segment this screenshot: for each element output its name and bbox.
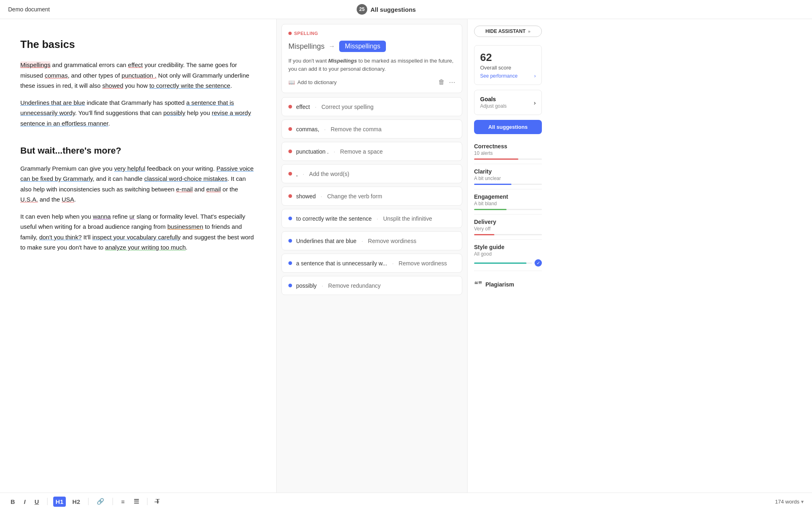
suggestion-word: commas, (296, 126, 319, 132)
suggestion-item[interactable]: to correctly write the sentence · Unspli… (281, 209, 462, 228)
usa1-word: U.S.A. (20, 196, 38, 203)
ordered-list-button[interactable]: ≡ (119, 497, 127, 507)
word-count-caret[interactable]: ▾ (801, 499, 804, 505)
toolbar-separator-2 (88, 498, 89, 505)
suggestion-item[interactable]: a sentence that is unnecessarily w... · … (281, 254, 462, 273)
metric-sub: All good (474, 251, 542, 257)
suggestion-item[interactable]: possibly · Remove redundancy (281, 276, 462, 295)
suggestion-action: Remove wordiness (398, 260, 447, 267)
metrics-list: Correctness 10 alerts Clarity A bit uncl… (474, 139, 542, 271)
suggestion-action: Remove a space (340, 148, 383, 155)
suggestion-word: effect (296, 104, 310, 110)
toolbar-separator-3 (113, 498, 113, 505)
possibly-word: possibly (163, 109, 185, 116)
suggestion-action: Correct your spelling (321, 104, 373, 110)
delete-icon[interactable]: 🗑 (438, 78, 445, 86)
suggestion-item[interactable]: Underlines that are blue · Remove wordin… (281, 231, 462, 250)
chevron-right-goals-icon: › (534, 99, 536, 106)
suggestion-dot (288, 239, 292, 243)
metric-card: Delivery Very off (474, 215, 542, 240)
more-icon[interactable]: ⋯ (449, 78, 455, 86)
metric-title: Clarity (474, 168, 542, 175)
section1-heading: The basics (20, 35, 256, 53)
suggestion-separator: · (303, 170, 304, 177)
suggestions-badge: 25 All suggestions (357, 4, 416, 15)
h2-button[interactable]: H2 (70, 497, 82, 507)
score-card: 62 Overall score See performance › (474, 45, 542, 85)
top-bar: Demo document 25 All suggestions (0, 0, 812, 19)
suggestion-word: possibly (296, 282, 317, 289)
badge-count: 25 (357, 4, 367, 15)
showed-word: showed (102, 82, 123, 89)
goals-card[interactable]: Goals Adjust goals › (474, 90, 542, 115)
h1-button[interactable]: H1 (53, 497, 66, 507)
plagiarism-label: Plagiarism (485, 281, 514, 288)
metric-title: Correctness (474, 143, 542, 150)
metric-sub: A bit bland (474, 201, 542, 206)
plagiarism-row[interactable]: ❝❞ Plagiarism (474, 276, 542, 293)
toolbar-separator-4 (147, 498, 147, 505)
analyze-phrase: analyze your writing too much (105, 244, 186, 251)
suggestion-item[interactable]: punctuation . · Remove a space (281, 142, 462, 161)
suggestion-item[interactable]: showed · Change the verb form (281, 187, 462, 206)
paragraph-2: Underlines that are blue indicate that G… (20, 98, 256, 129)
suggestion-separator: · (333, 148, 335, 155)
suggestion-word: showed (296, 193, 316, 200)
suggestion-item[interactable]: , · Add the word(s) (281, 164, 462, 183)
link-button[interactable]: 🔗 (94, 496, 107, 507)
suggestion-separator: · (362, 237, 363, 244)
all-suggestions-button[interactable]: All suggestions (474, 120, 542, 134)
metric-sub: 10 alerts (474, 150, 542, 156)
score-number: 62 (480, 51, 536, 64)
classical-phrase: classical word-choice mistakes (144, 175, 227, 182)
spelling-dot (288, 32, 292, 35)
hide-assistant-button[interactable]: HIDE ASSISTANT » (474, 26, 542, 37)
word-count-label: 174 words (775, 499, 799, 505)
suggestion-item[interactable]: effect · Correct your spelling (281, 97, 462, 116)
email1-word: e-mail (176, 186, 193, 193)
metric-title: Style guide (474, 244, 542, 250)
chevron-right-icon: › (534, 73, 536, 79)
goals-sub: Adjust goals (480, 103, 507, 109)
suggestion-dot (288, 150, 292, 153)
effect-word: effect (128, 61, 143, 68)
goals-info: Goals Adjust goals (480, 96, 507, 109)
suggestion-separator: · (324, 126, 326, 132)
add-to-dictionary[interactable]: 📖 Add to dictionary (288, 79, 337, 85)
suggestion-item[interactable]: commas, · Remove the comma (281, 119, 462, 139)
ur-word: ur (130, 213, 135, 220)
book-icon: 📖 (288, 79, 295, 85)
unordered-list-button[interactable]: ☰ (131, 496, 141, 507)
suggestion-separator: · (377, 215, 378, 222)
dont-you-phrase: don't you think? (39, 234, 82, 241)
suggestion-dot (288, 127, 292, 131)
card-actions: 📖 Add to dictionary 🗑 ⋯ (288, 78, 455, 86)
original-word: Mispellings (288, 42, 325, 51)
right-panel: HIDE ASSISTANT » 62 Overall score See pe… (467, 19, 548, 493)
suggestion-word: to correctly write the sentence (296, 215, 372, 222)
suggestion-separator: · (322, 282, 323, 289)
clear-format-button[interactable]: T̶ (153, 496, 162, 507)
email2-word: email (206, 186, 221, 193)
see-performance[interactable]: See performance › (480, 73, 536, 79)
correction-row: Mispellings → Misspellings (288, 41, 455, 52)
editor[interactable]: The basics Mispellings and grammatical e… (0, 19, 276, 493)
commas-word: commas, (45, 72, 69, 79)
correction-note: If you don't want Mispellings to be mark… (288, 57, 455, 73)
bold-button[interactable]: B (8, 497, 17, 507)
mispellings-word: Mispellings (20, 61, 50, 68)
suggestion-action: Add the word(s) (309, 171, 349, 177)
card-icon-group: 🗑 ⋯ (438, 78, 455, 86)
italic-button[interactable]: I (22, 497, 28, 507)
punctuation-word: punctuation . (121, 72, 156, 79)
section2-heading: But wait...there's more? (20, 143, 256, 158)
metric-sub: Very off (474, 226, 542, 232)
suggestion-dot (288, 261, 292, 265)
note-bold: Mispellings (328, 58, 357, 64)
suggestion-word: punctuation . (296, 148, 329, 155)
suggestion-word: , (296, 171, 298, 177)
suggestion-separator: · (320, 193, 322, 200)
inspect-phrase: inspect your vocabulary carefully (92, 234, 181, 241)
underline-button[interactable]: U (32, 497, 41, 507)
suggestion-word: Underlines that are blue (296, 238, 357, 244)
